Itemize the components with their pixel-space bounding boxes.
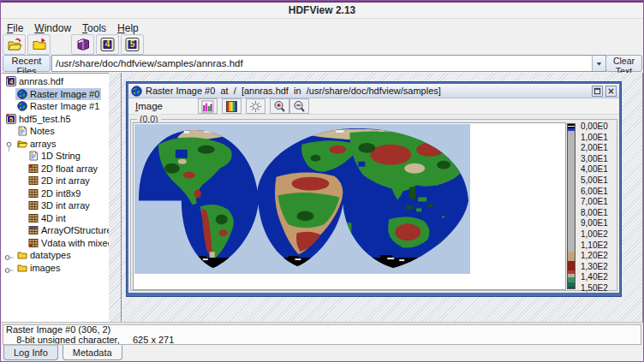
svg-text:4: 4 [104,39,110,49]
window-titlebar[interactable]: HDFView 2.13 [1,3,643,19]
tree-handle-collapsed-icon[interactable] [4,264,14,274]
image-panel [133,122,566,290]
brightness-icon [249,100,262,113]
bottom-tabs: Log InfoMetadata [3,345,127,361]
tree-item[interactable]: 5 hdf5_test.h5 [2,113,109,126]
image-toolbar-button[interactable] [246,98,265,114]
toolbar-button[interactable] [3,34,26,55]
close-file-icon [32,37,47,52]
close-button[interactable] [605,86,617,97]
tree-item-label: arrays [30,139,57,149]
folder-icon [17,263,27,273]
tree-handle-collapsed-icon[interactable] [4,251,14,261]
tree-item[interactable]: datatypes [2,249,109,262]
chart-icon [201,100,214,113]
toolbar-button[interactable] [71,34,94,55]
tree-item[interactable]: Raster Image #0 [2,88,109,101]
colorbar-tick-label: 5,00E1 [581,175,608,185]
toolbar-button[interactable]: 4 [96,34,119,55]
colorbar-tick-label: 8,00E1 [581,207,608,217]
toolbar-button[interactable]: 5 [121,34,144,55]
image-toolbar-button[interactable] [270,98,289,114]
hdf5-icon: 5 [125,37,140,52]
tree-item-label: 2D int array [41,175,90,186]
tab[interactable]: Log Info [3,345,58,360]
dataset-float-icon [28,163,39,174]
chevron-down-icon[interactable] [592,56,605,71]
tree-item-label: Raster Image #1 [30,101,99,111]
folder-icon [17,250,27,260]
colorbar-tick-label: 6,00E1 [581,186,608,195]
image-toolbar [198,98,309,114]
colorbar-tick-label: 1,20E2 [581,251,608,260]
image-viewer-window: Raster Image #0 at / [annras.hdf in /usr… [127,82,621,296]
image-menu[interactable]: Image [135,100,163,113]
help-book-icon [75,37,91,52]
main-toolbar: 45 [3,33,146,55]
colorbar-tick-label: 1,00E2 [581,229,608,239]
colorbar-tick-label: 1,40E2 [581,272,608,282]
image-window-title: Raster Image #0 at / [annras.hdf in /usr… [146,84,589,98]
colorbar-tick-label: 3,00E1 [581,153,608,163]
colorbar-tick-label: 1,00E1 [581,132,608,141]
tree-item[interactable]: 2D float array [2,163,109,175]
tree-item[interactable]: 4 annras.hdf [2,75,109,88]
hdf4-file-icon: 4 [6,76,16,86]
colorbar-labels: 0,00E01,00E12,00E13,00E14,00E15,00E16,00… [579,120,617,290]
tree-item-label: 4D int [41,213,66,223]
status-panel: Raster Image #0 (306, 2) 8-bit unsigned … [3,324,641,345]
svg-text:5: 5 [129,39,134,49]
colorbar-tick-label: 7,00E1 [581,197,608,206]
tree-item[interactable]: ArrayOfStructures [2,224,109,237]
tree-item-label: 2D int8x9 [41,188,80,199]
image-icon [17,89,27,99]
tree-item[interactable]: Vdata with mixed type [2,237,109,250]
image-toolbar-button[interactable] [222,98,242,114]
colorbar-tick-label: 9,00E1 [581,218,608,228]
tree-item-label: hdf5_test.h5 [19,114,71,124]
image-window-content: (0,0) [128,116,619,293]
clear-text-button[interactable]: Clear Text [605,55,642,72]
colorbar-tick-label: 1,50E2 [581,283,608,293]
colorbar-tick-label: 1,30E2 [581,261,608,270]
tree-item[interactable]: 1D String [2,150,109,163]
tab[interactable]: Metadata [63,345,122,360]
app-window: HDFView 2.13 FileWindowToolsHelp 45 Rece… [0,0,644,362]
image-toolbar-button[interactable] [198,98,218,114]
tree-item-label: images [30,263,60,273]
tree-item[interactable]: 2D int8x9 [2,187,109,200]
colorbar-tick-label: 4,00E1 [581,164,608,174]
tree-item-label: 3D int array [41,200,90,211]
tree-item[interactable]: Notes [2,125,109,138]
toolbar-button[interactable] [27,34,51,55]
image-window-titlebar[interactable]: Raster Image #0 at / [annras.hdf in /usr… [128,84,619,98]
tree-item-label: 1D String [41,151,80,161]
recent-files-button[interactable]: Recent Files [3,55,51,72]
hdf4-icon: 4 [100,37,116,52]
file-path-combobox[interactable]: /usr/share/doc/hdfview/samples/annras.hd… [51,55,606,72]
colorbar-gradient [567,123,575,289]
hdf5-file-icon: 5 [6,114,16,124]
file-path-value: /usr/share/doc/hdfview/samples/annras.hd… [52,58,592,68]
tree-item-label: 2D float array [41,163,98,174]
tree-item-label: Notes [30,126,55,136]
colorbar-tick-label: 2,00E1 [581,143,608,152]
folder-open-icon [17,139,27,149]
tree-item[interactable]: arrays [2,138,109,151]
split-divider[interactable] [109,73,121,322]
tree-item[interactable]: 2D int array [2,175,109,187]
dataset-icon [28,213,39,223]
maximize-button[interactable] [592,86,603,97]
tree-item-label: datatypes [30,250,71,260]
image-icon [131,86,142,97]
palette-icon [225,100,238,113]
tree-item[interactable]: 4D int [2,212,109,225]
tree-item[interactable]: images [2,262,109,275]
world-map-image[interactable] [134,124,470,274]
tree-handle-expanded-icon[interactable] [4,139,14,150]
tree-item[interactable]: 3D int array [2,199,109,212]
tree-item-label: annras.hdf [19,76,63,86]
tree-item[interactable]: Raster Image #1 [2,100,109,113]
desktop-pane: Raster Image #0 at / [annras.hdf in /usr… [121,73,643,322]
image-toolbar-button[interactable] [289,98,309,114]
